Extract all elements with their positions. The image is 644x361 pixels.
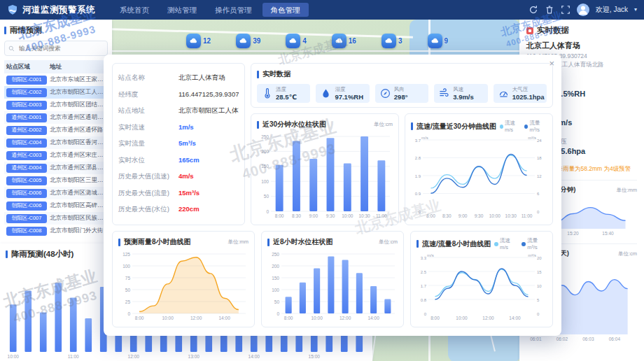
legend-dot-flow-speed [500,125,503,129]
close-icon[interactable]: × [549,59,554,68]
info-label: 实时水位 [118,152,178,169]
section-accent-icon [267,239,270,246]
svg-text:m/s: m/s [421,136,428,140]
station-id-badge: 通州区-C003 [6,151,47,160]
user-avatar[interactable] [577,3,589,16]
svg-text:3.3: 3.3 [421,256,427,260]
weather-marker[interactable]: 16 [332,34,356,48]
panel-title: 降雨预测(48小时) [11,249,74,260]
chevron-down-icon[interactable]: ▾ [634,7,637,13]
info-value: 4m/s [178,168,239,185]
info-value: 220cm [178,201,239,218]
svg-text:10:00: 10:00 [8,354,20,359]
weather-marker[interactable]: 39 [236,34,260,48]
legend-dot-flow-volume [524,125,528,129]
svg-text:15:40: 15:40 [602,231,614,236]
info-value: 北京市朝阳区工人体育场北路 [178,102,239,119]
table-row[interactable]: 朝阳区-C002 北京市朝阳区工人体育场北路 [4,86,108,99]
svg-text:1.7: 1.7 [421,284,427,288]
svg-text:m³/s: m³/s [528,253,536,257]
station-id-badge: 朝阳区-C002 [6,88,47,97]
table-row[interactable]: 朝阳区-D003 北京市朝阳区团结湖南路 [4,99,108,111]
svg-text:12:00: 12:00 [482,316,494,320]
badge-value: 3.9m/s [453,93,474,101]
table-row[interactable]: 朝阳区-C004 北京市朝阳区香河园街道 [4,136,108,149]
trash-icon[interactable] [545,5,554,15]
tab-operator-management[interactable]: 操作员管理 [206,0,261,20]
chart-unit: 单位:cm [618,250,637,257]
weather-marker[interactable]: 9 [428,34,449,48]
panel-title: 雨情预测 [10,25,42,36]
svg-text:0: 0 [537,210,540,214]
svg-text:12:00: 12:00 [190,316,202,320]
table-row[interactable]: 通州区-D004 北京市通州区漷县镇西潞园 [4,162,108,174]
weather-marker-value: 4 [302,37,307,45]
info-value: 116.447125,39.930724 [178,86,239,103]
svg-text:0: 0 [419,210,421,214]
rain-8h-card: 预测雨量8小时曲线图 单位:mm 02550751001258:0010:001… [112,231,255,327]
info-label: 历史最大值(水位) [118,201,178,218]
svg-text:15: 15 [537,270,542,274]
info-row: 历史最大值(水位) 220cm [118,201,239,218]
fullscreen-icon[interactable] [561,5,570,15]
table-row[interactable]: 通州区-D002 北京市通州区通怀路 [4,124,108,136]
station-name: 北京工人体育场 [526,41,637,51]
table-row[interactable]: 朝阳区-C007 北京市朝阳区民族园路 [4,212,108,225]
svg-text:10:00: 10:00 [456,316,468,320]
refresh-icon[interactable] [528,5,538,15]
info-row: 站点名称 北京工人体育场 [118,69,239,86]
svg-text:125: 125 [122,252,130,257]
nav-tabs: 系统首页 测站管理 操作员管理 角色管理 [111,0,310,20]
svg-text:100: 100 [122,264,130,269]
search-input[interactable] [18,44,104,52]
table-row[interactable]: 朝阳区-C001 北京市东城区王家园胡同 [4,73,108,86]
info-label: 历史最大值(流速) [118,168,178,185]
tab-station-management[interactable]: 测站管理 [158,0,206,20]
svg-text:0.9: 0.9 [415,192,421,196]
rain-cloud-icon [286,34,300,48]
flow-8h-card: 流速/流量8小时曲线图 流速m/s 流量m³/s 000.851.7102.51… [410,231,553,327]
info-row: 实时流量 5m³/s [118,135,239,152]
svg-text:0: 0 [127,311,130,316]
svg-text:14:00: 14:00 [218,316,230,320]
table-row[interactable]: 朝阳区-C006 北京市朝阳区高碑店乡 [4,199,108,212]
badge-label: 温度 [276,86,297,93]
svg-text:0: 0 [266,209,269,214]
station-address-cell: 北京市朝阳区团结湖南路 [50,101,106,109]
weather-marker[interactable]: 3 [382,34,402,48]
svg-text:150: 150 [261,164,269,169]
flow-30min-line-chart: 000.961.9122.8183.724m/sm³/s8:008:309:00… [411,135,547,219]
svg-text:75: 75 [125,276,131,281]
weather-marker[interactable]: 4 [286,34,307,48]
svg-text:8:00: 8:00 [430,316,440,320]
weather-marker-value: 3 [398,37,402,45]
svg-text:06:03: 06:03 [582,337,594,341]
compass-icon [380,88,391,99]
section-accent-icon [411,122,413,130]
column-header-address: 地址 [50,60,106,73]
svg-text:8:00: 8:00 [275,213,284,218]
weather-marker-value: 16 [349,37,356,45]
badge-label: 风向 [394,86,408,93]
station-info-rows: 站点名称 北京工人体育场 经纬度 116.447125,39.930724 站点… [118,69,239,218]
badge-label: 湿度 [335,86,363,93]
svg-text:15:00: 15:00 [309,354,321,359]
table-row[interactable]: 朝阳区-D006 北京市通州区潞城镇大营村 [4,187,108,199]
gauge-icon [498,88,509,99]
station-id-badge: 通州区-D001 [6,113,47,122]
table-row[interactable]: 通州区-C003 北京市通州区宋庄镇白庙村 [4,149,108,162]
tab-role-management[interactable]: 角色管理 [262,3,309,17]
table-row[interactable]: 通州区-D001 北京市通州区通胡大街 [4,111,108,124]
svg-text:14:00: 14:00 [368,316,379,320]
svg-text:0: 0 [424,312,427,316]
tab-home[interactable]: 系统首页 [111,0,158,20]
badge-label: 大气压 [512,86,542,93]
weather-marker[interactable]: 12 [186,34,211,48]
svg-text:2.5: 2.5 [421,270,427,274]
table-row[interactable]: 朝阳区-C008 北京市朝阳门外大街 [4,225,108,237]
rain-cloud-icon [382,34,396,48]
table-row[interactable]: 朝阳区-C005 北京市朝阳区三里屯路 [4,174,108,187]
realtime-badge: 风速 3.9m/s [434,84,487,103]
station-address-cell: 北京市通州区潞城镇大营村 [50,189,106,197]
wind-icon [439,88,449,99]
